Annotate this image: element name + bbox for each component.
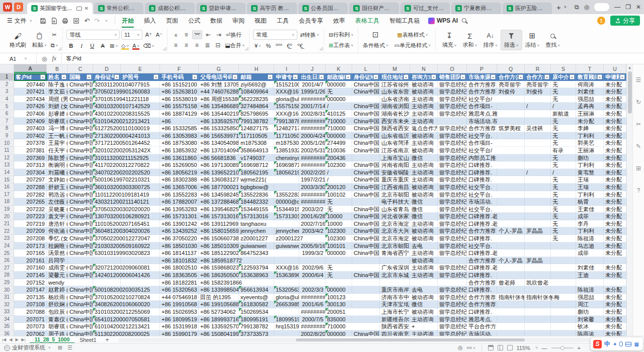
cell[interactable] — [497, 154, 525, 162]
cell[interactable]: +86 15263810 — [160, 88, 199, 96]
cell[interactable]: 北京市海淀 — [380, 235, 410, 242]
cell[interactable]: +86 1877000215 — [199, 184, 239, 191]
cell[interactable]: 主动咨询 — [410, 264, 438, 272]
cell[interactable]: 无 — [551, 191, 576, 199]
cell[interactable]: 主动咨询 — [410, 316, 438, 323]
sort-button[interactable]: A↓ 排序˅ — [480, 30, 501, 50]
cell[interactable] — [352, 154, 380, 162]
cell[interactable]: 王一帆 (男 — [47, 132, 68, 140]
cell[interactable]: 无 — [551, 132, 576, 140]
cell[interactable] — [274, 257, 299, 265]
indent-increase-icon[interactable]: ⇥ — [214, 30, 223, 39]
column-header-O[interactable]: O — [438, 64, 467, 73]
cell[interactable]: 207434 — [14, 96, 47, 103]
cell[interactable]: 271302200004241013 — [93, 132, 121, 140]
cell[interactable]: 207165 — [14, 249, 47, 257]
cell[interactable]: 亮哥留学 — [497, 81, 525, 89]
cell[interactable] — [497, 323, 525, 330]
cell[interactable]: 吕同学 — [47, 257, 68, 265]
cell[interactable]: 雅思考点.雅 — [467, 110, 497, 118]
cell[interactable] — [525, 286, 551, 294]
filter-dropdown-icon[interactable] — [620, 74, 625, 79]
cell[interactable]: z20001227 — [274, 235, 299, 242]
cell[interactable]: 留学总经纪 — [438, 242, 467, 250]
document-tab[interactable]: S英国留学生...✕ — [27, 3, 93, 14]
cell[interactable]: 138519326 — [274, 147, 299, 154]
cell[interactable]: +86 18182281 — [160, 279, 199, 287]
cell[interactable]: 124827175 — [239, 125, 274, 132]
cell[interactable]: 李丹 — [576, 220, 604, 228]
cell[interactable]: ######## — [299, 125, 326, 132]
add-sheet-button[interactable]: + — [102, 336, 113, 343]
freeze-button[interactable]: ⊞ 冻结˅ — [522, 30, 543, 50]
header-cell[interactable]: 身份证号 — [93, 73, 121, 81]
cell[interactable]: China中国 — [68, 110, 93, 118]
cell[interactable] — [525, 242, 551, 250]
header-cell[interactable]: 邮箱 — [239, 73, 274, 81]
cell[interactable]: 留学总经纪 — [438, 213, 467, 220]
cell[interactable]: 北京市朝阳 — [380, 191, 410, 199]
format-painter-button[interactable]: 🖌︎ 格式刷 — [7, 30, 29, 50]
cell[interactable]: China中国 — [68, 125, 93, 132]
cell[interactable] — [121, 279, 160, 287]
increase-decimal-icon[interactable]: €̲⁰ — [285, 41, 294, 50]
cell[interactable]: 无 — [551, 154, 576, 162]
cell[interactable] — [497, 272, 525, 279]
cell[interactable]: +86 13853932 — [160, 147, 199, 154]
cell[interactable]: 内部员工推 — [467, 154, 497, 162]
cell[interactable]: 825798695 — [239, 110, 274, 118]
cell[interactable]: 山东省青岛 — [380, 206, 410, 213]
cell[interactable]: 117110505 — [274, 132, 299, 140]
cell[interactable]: 未分配 — [604, 81, 626, 89]
cell[interactable]: 文静如 (女 — [47, 176, 68, 184]
cell[interactable]: guiwanwei — [239, 242, 274, 250]
cell[interactable] — [576, 279, 604, 287]
cell[interactable]: 被动咨询 — [410, 308, 438, 316]
cell[interactable]: 胡睿琪 (女 — [47, 323, 68, 330]
cell[interactable]: 102300 — [326, 235, 352, 242]
cell[interactable]: 未分配 — [604, 294, 626, 301]
cell[interactable]: 710000 — [326, 118, 352, 125]
percent-icon[interactable]: % — [264, 41, 273, 50]
cell[interactable]: 207071 — [14, 316, 47, 323]
name-box[interactable]: A1 ˅ — [0, 56, 36, 62]
cell[interactable]: 2005/1/26 — [299, 139, 326, 147]
column-header-G[interactable]: G — [199, 64, 239, 73]
cell[interactable]: 市场活动. — [467, 330, 497, 336]
cell[interactable]: / — [326, 103, 352, 110]
file-menu[interactable]: ☰ 文件 ˅ — [4, 17, 35, 25]
cell[interactable]: 合作方推荐 — [467, 227, 497, 235]
cell[interactable] — [525, 198, 551, 206]
cell[interactable]: 无 — [551, 118, 576, 125]
cell[interactable] — [551, 308, 576, 316]
cell[interactable]: 蒯玏 — [576, 308, 604, 316]
cell[interactable]: 社交平台. — [467, 191, 497, 199]
cell[interactable] — [525, 301, 551, 308]
cell[interactable]: 筑梦美程 — [497, 125, 525, 132]
row-number[interactable]: 23 — [0, 235, 14, 242]
menu-item-页面[interactable]: 页面 — [162, 15, 183, 27]
cell[interactable]: 被动咨询 — [410, 147, 438, 154]
header-cell[interactable]: 姓名 — [47, 73, 68, 81]
cell[interactable]: 王迪 — [576, 272, 604, 279]
cell[interactable]: 157313016 — [239, 213, 274, 220]
row-number[interactable]: 30 — [0, 286, 14, 294]
cell[interactable]: 社交平台. — [467, 206, 497, 213]
sogou-logo-icon[interactable]: S — [593, 340, 602, 348]
cell[interactable]: 207378 — [14, 139, 47, 147]
cell[interactable] — [274, 176, 299, 184]
filter-dropdown-icon[interactable] — [40, 74, 45, 79]
cell[interactable]: China中国 — [68, 81, 93, 89]
fx-icon[interactable]: fx — [52, 55, 56, 62]
scissors-icon[interactable]: ✂ — [636, 121, 641, 128]
cell[interactable]: China中国 — [352, 235, 380, 242]
cell[interactable]: China中国 — [352, 227, 380, 235]
cell[interactable]: 340826200106060020 — [93, 301, 121, 308]
cell[interactable]: +86 18874129 — [160, 110, 199, 118]
cell[interactable]: 10000 — [326, 220, 352, 228]
header-cell[interactable]: 国籍 — [68, 73, 93, 81]
zoom-dropdown-icon[interactable]: ˅ — [535, 345, 538, 350]
cell[interactable]: 杨霄 — [576, 198, 604, 206]
row-number[interactable]: 10 — [0, 139, 14, 147]
cell[interactable]: +86 19910568 — [160, 301, 199, 308]
